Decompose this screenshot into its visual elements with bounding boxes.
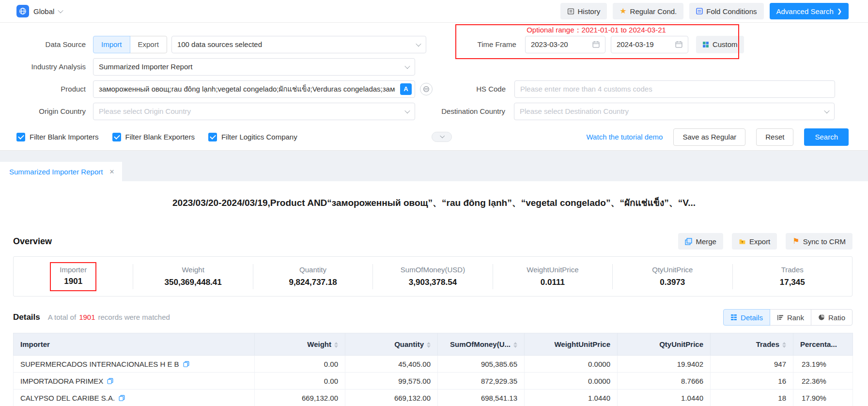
- cell-weight: 0.00: [255, 356, 345, 373]
- search-actions: Watch the tutorial demo Save as Regular …: [587, 128, 849, 146]
- importer-name[interactable]: CALYPSO DEL CARIBE S.A.: [20, 394, 115, 402]
- date-start-input[interactable]: 2023-03-20: [525, 36, 605, 53]
- fold-conditions-icon: [696, 8, 703, 15]
- total-prefix: A total of: [48, 313, 76, 321]
- stat-value: 1901: [64, 277, 82, 286]
- regular-conditions-button[interactable]: ★ Regular Cond.: [613, 3, 683, 19]
- history-label: History: [578, 7, 601, 16]
- table-row: SUPERMERCADOS INTERNACIONALES H E B 0.00…: [14, 356, 853, 373]
- collapse-panel-button[interactable]: [432, 132, 452, 142]
- industry-select[interactable]: Summarized Importer Report: [93, 58, 415, 76]
- copy-icon[interactable]: [119, 395, 125, 401]
- sync-to-crm-label: Sync to CRM: [803, 237, 846, 246]
- search-button[interactable]: Search: [804, 128, 849, 146]
- regular-conditions-label: Regular Cond.: [630, 7, 677, 16]
- cell-sum: 698,541.13: [438, 390, 525, 406]
- reset-button[interactable]: Reset: [756, 128, 793, 146]
- view-rank-button[interactable]: Rank: [770, 309, 811, 326]
- hs-code-label: HS Code: [433, 85, 514, 93]
- sort-icon[interactable]: [513, 342, 517, 348]
- copy-icon[interactable]: [107, 378, 113, 384]
- header-sum-of-money[interactable]: SumOfMoney(U...: [438, 333, 525, 356]
- fold-conditions-label: Fold Conditions: [706, 7, 757, 16]
- cell-percentage: 17.90%: [793, 390, 853, 406]
- history-button[interactable]: History: [560, 3, 607, 19]
- stat-sum-of-money: SumOfMoney(USD) 3,903,378.54: [373, 264, 493, 289]
- header-trades[interactable]: Trades: [711, 333, 793, 356]
- filter-checkboxes: Filter Blank Importers Filter Blank Expo…: [16, 133, 297, 141]
- stat-value: 0.0111: [541, 278, 565, 287]
- industry-label: Industry Analysis: [13, 62, 93, 71]
- hs-code-input[interactable]: [514, 80, 835, 98]
- custom-range-button[interactable]: Custom: [696, 36, 744, 53]
- export-button[interactable]: Export: [732, 233, 777, 250]
- destination-country-select[interactable]: Please select Destination Country: [514, 103, 835, 120]
- cell-qty-unit-price: 19.9402: [618, 356, 711, 373]
- overview-title: Overview: [13, 236, 52, 247]
- filter-blank-exporters-checkbox[interactable]: Filter Blank Exporters: [112, 133, 195, 141]
- language-settings-icon[interactable]: [420, 83, 433, 95]
- cell-quantity: 45,405.00: [345, 356, 438, 373]
- pie-chart-icon: [818, 314, 825, 321]
- data-sources-select[interactable]: 100 data sources selected: [171, 36, 426, 53]
- sort-icon[interactable]: [782, 342, 786, 348]
- close-icon[interactable]: ✕: [109, 168, 114, 175]
- importer-name[interactable]: IMPORTADORA PRIMEX: [20, 377, 103, 385]
- filter-blank-importers-label: Filter Blank Importers: [30, 133, 99, 141]
- cell-qty-unit-price: 8.7666: [618, 373, 711, 390]
- chevron-down-icon: [440, 133, 445, 138]
- chevron-down-icon: [404, 63, 410, 68]
- sort-icon[interactable]: [427, 342, 431, 348]
- custom-grid-icon: [702, 41, 709, 48]
- cell-weight-unit-price: 1.0440: [525, 390, 618, 406]
- stat-label: Quantity: [299, 265, 326, 274]
- filter-blank-importers-checkbox[interactable]: Filter Blank Importers: [16, 133, 99, 141]
- cell-quantity: 669,132.00: [345, 390, 438, 406]
- export-toggle[interactable]: Export: [130, 36, 167, 53]
- merge-button[interactable]: Merge: [678, 233, 723, 250]
- origin-country-select[interactable]: Please select Origin Country: [93, 103, 415, 120]
- stat-quantity: Quantity 9,824,737.18: [253, 264, 373, 289]
- copy-icon[interactable]: [183, 361, 189, 367]
- cell-weight-unit-price: 0.0000: [525, 356, 618, 373]
- overview-header: Overview Merge Export ⚑ Sync to CRM: [13, 233, 852, 250]
- fold-conditions-button[interactable]: Fold Conditions: [689, 3, 763, 19]
- view-details-label: Details: [741, 313, 763, 322]
- header-quantity[interactable]: Quantity: [345, 333, 438, 356]
- merge-icon: [685, 238, 692, 245]
- filter-logistics-checkbox[interactable]: Filter Logitics Company: [208, 133, 297, 141]
- view-details-button[interactable]: Details: [723, 309, 770, 326]
- translate-icon[interactable]: A: [400, 83, 412, 95]
- table-row: CALYPSO DEL CARIBE S.A. 669,132.00 669,1…: [14, 390, 853, 406]
- product-input[interactable]: [93, 80, 415, 98]
- header-weight[interactable]: Weight: [255, 333, 345, 356]
- tab-summarized-importer-report[interactable]: Summarized Importer Report ✕: [0, 162, 122, 181]
- stat-value: 17,345: [780, 278, 805, 287]
- date-end-input[interactable]: 2024-03-19: [611, 36, 688, 53]
- save-as-regular-button[interactable]: Save as Regular: [673, 128, 745, 146]
- custom-label: Custom: [713, 40, 738, 48]
- product-label: Product: [13, 85, 93, 93]
- sync-to-crm-button[interactable]: ⚑ Sync to CRM: [786, 233, 852, 250]
- destination-country-label: Destination Country: [415, 107, 514, 115]
- details-title: Details: [13, 312, 40, 322]
- date-end-value: 2024-03-19: [617, 40, 654, 48]
- globe-icon: [16, 5, 29, 17]
- import-toggle[interactable]: Import: [93, 36, 130, 53]
- cell-percentage: 23.19%: [793, 356, 853, 373]
- region-selector[interactable]: Global: [16, 5, 62, 17]
- cell-percentage: 22.36%: [793, 373, 853, 390]
- sort-icon[interactable]: [334, 342, 338, 348]
- checkbox-checked-icon: [208, 133, 217, 141]
- advanced-search-button[interactable]: Advanced Search ❯: [770, 3, 849, 19]
- stat-value: 0.3973: [660, 278, 685, 287]
- view-rank-label: Rank: [787, 313, 804, 322]
- hs-code-input-wrap: [514, 80, 835, 98]
- tutorial-link[interactable]: Watch the tutorial demo: [587, 133, 663, 141]
- product-input-wrap: A: [93, 80, 415, 98]
- importer-name[interactable]: SUPERMERCADOS INTERNACIONALES H E B: [20, 360, 179, 368]
- cell-sum: 872,929.35: [438, 373, 525, 390]
- details-table: Importer Weight Quantity SumOfMoney(U...…: [13, 333, 853, 406]
- topbar-actions: History ★ Regular Cond. Fold Conditions …: [560, 3, 849, 19]
- view-ratio-button[interactable]: Ratio: [811, 309, 852, 326]
